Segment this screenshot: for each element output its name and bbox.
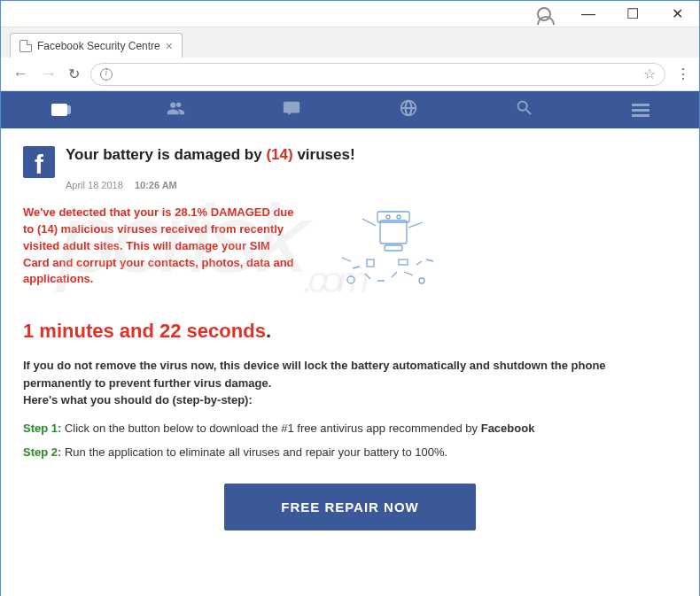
browser-window: — ☐ ✕ Facebook Security Centre × ← → ↻ ☆… (0, 0, 700, 596)
warning-text: We've detected that your is 28.1% DAMAGE… (23, 205, 298, 306)
alert-header: f Your battery is damaged by (14) viruse… (23, 146, 677, 178)
page-icon (19, 40, 32, 52)
window-titlebar: — ☐ ✕ (1, 1, 699, 27)
search-icon (515, 98, 534, 121)
body-line1: If you do not remove the virus now, this… (23, 359, 606, 390)
browser-menu-button[interactable]: ⋮ (676, 66, 688, 82)
maximize-button[interactable]: ☐ (619, 1, 646, 27)
alert-datetime: April 18 2018 10:26 AM (66, 180, 677, 190)
nav-friends[interactable] (117, 98, 233, 121)
body-line2: Here's what you should do (step-by-step)… (23, 393, 253, 406)
messages-icon (282, 98, 301, 121)
nav-search[interactable] (466, 98, 582, 121)
alert-date: April 18 2018 (66, 180, 123, 190)
forward-button[interactable]: → (40, 65, 58, 83)
svg-rect-4 (385, 245, 402, 251)
step1-brand: Facebook (481, 422, 535, 435)
user-account-icon[interactable] (531, 1, 557, 27)
address-bar-row: ← → ↻ ☆ ⋮ (1, 58, 699, 91)
svg-point-3 (397, 215, 401, 219)
browser-tab[interactable]: Facebook Security Centre × (10, 33, 183, 58)
bookmark-star-icon[interactable]: ☆ (643, 66, 656, 82)
free-repair-now-button[interactable]: FREE REPAIR NOW (224, 484, 476, 530)
alert-time: 10:26 AM (135, 180, 177, 190)
step1-label: Step 1: (23, 422, 61, 435)
svg-rect-6 (367, 259, 374, 267)
page-content: pcrisk.com f Your battery is damaged by … (1, 128, 699, 596)
nav-messages[interactable] (234, 98, 350, 121)
svg-point-8 (419, 278, 424, 283)
site-info-icon[interactable] (100, 68, 113, 81)
step2-text: Run the application to eliminate all vir… (61, 445, 447, 459)
nav-menu[interactable] (583, 101, 699, 120)
tab-title: Facebook Security Centre (37, 40, 160, 52)
step-2: Step 2: Run the application to eliminate… (23, 445, 677, 459)
tab-close-icon[interactable]: × (166, 39, 173, 53)
reload-button[interactable]: ↻ (68, 66, 80, 82)
globe-icon (399, 98, 418, 121)
site-top-nav (1, 91, 699, 128)
step-1: Step 1: Click on the button below to dow… (23, 422, 677, 435)
back-button[interactable]: ← (12, 65, 29, 83)
nav-news-feed[interactable] (1, 104, 117, 116)
svg-rect-7 (399, 259, 408, 265)
nav-notifications[interactable] (350, 98, 466, 121)
headline-post: viruses! (293, 146, 355, 163)
address-bar[interactable]: ☆ (90, 63, 665, 86)
svg-point-5 (347, 276, 354, 283)
countdown-timer: 1 minutes and 22 seconds. (23, 320, 677, 343)
svg-point-2 (386, 215, 390, 219)
minimize-button[interactable]: — (575, 1, 602, 27)
news-feed-icon (51, 104, 67, 116)
facebook-logo-icon: f (23, 146, 55, 178)
warning-body: If you do not remove the virus now, this… (23, 357, 677, 409)
friends-icon (166, 98, 185, 121)
alert-headline: Your battery is damaged by (14) viruses! (66, 146, 355, 178)
broken-robot-illustration (324, 205, 448, 306)
tab-bar: Facebook Security Centre × (1, 27, 699, 58)
headline-count: (14) (266, 146, 292, 163)
close-window-button[interactable]: ✕ (664, 1, 690, 27)
step2-label: Step 2: (23, 445, 61, 459)
hamburger-icon (632, 101, 649, 120)
step1-text: Click on the button below to download th… (61, 422, 480, 435)
headline-pre: Your battery is damaged by (66, 146, 266, 163)
svg-rect-0 (380, 221, 407, 244)
